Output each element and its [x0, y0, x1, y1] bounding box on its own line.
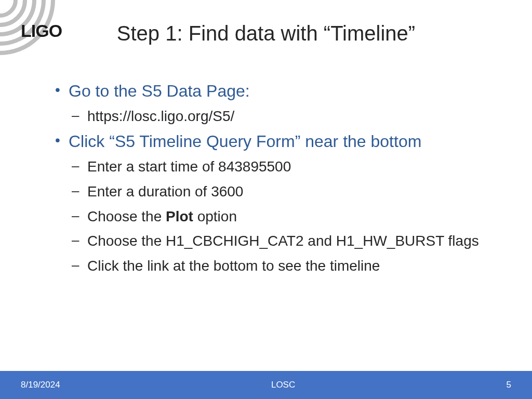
bullet-2-sub-4-text: Choose the H1_CBCHIGH_CAT2 and H1_HW_BUR… — [87, 233, 479, 249]
bullet-1-sub-1-text: https://losc.ligo.org/S5/ — [87, 108, 234, 124]
bullet-2-sub-1-text: Enter a start time of 843895500 — [87, 158, 291, 175]
bullet-1-sub-1: https://losc.ligo.org/S5/ — [69, 107, 496, 126]
bullet-2-sub-2: Enter a duration of 3600 — [69, 182, 496, 202]
bullet-2-sub-2-text: Enter a duration of 3600 — [87, 183, 243, 200]
svg-point-0 — [0, 0, 16, 16]
footer-date: 8/19/2024 — [21, 380, 60, 390]
bullet-1: Go to the S5 Data Page: https://losc.lig… — [52, 81, 496, 126]
bullet-2-sub-4: Choose the H1_CBCHIGH_CAT2 and H1_HW_BUR… — [69, 231, 496, 251]
slide-footer: 8/19/2024 LOSC 5 — [0, 371, 532, 399]
bullet-2-sub-3: Choose the Plot option — [69, 207, 496, 227]
bullet-2-sub-3-bold: Plot — [166, 208, 193, 224]
bullet-2-sub-3-before: Choose the — [87, 208, 166, 224]
bullet-2-sub-5: Click the link at the bottom to see the … — [69, 256, 496, 276]
footer-center: LOSC — [60, 380, 507, 390]
footer-page-number: 5 — [507, 380, 511, 390]
slide: LIGO Step 1: Find data with “Timeline” G… — [0, 0, 532, 399]
logo-text: LIGO — [21, 21, 62, 41]
bullet-2-text: Click “S5 Timeline Query Form” near the … — [69, 132, 421, 151]
bullet-2-sub-3-after: option — [193, 208, 237, 224]
bullet-2: Click “S5 Timeline Query Form” near the … — [52, 131, 496, 276]
bullet-2-sub-1: Enter a start time of 843895500 — [69, 157, 496, 177]
slide-content: Go to the S5 Data Page: https://losc.lig… — [52, 81, 496, 281]
bullet-2-sub-5-text: Click the link at the bottom to see the … — [87, 258, 380, 274]
bullet-1-text: Go to the S5 Data Page: — [69, 82, 250, 100]
slide-title: Step 1: Find data with “Timeline” — [0, 22, 532, 45]
